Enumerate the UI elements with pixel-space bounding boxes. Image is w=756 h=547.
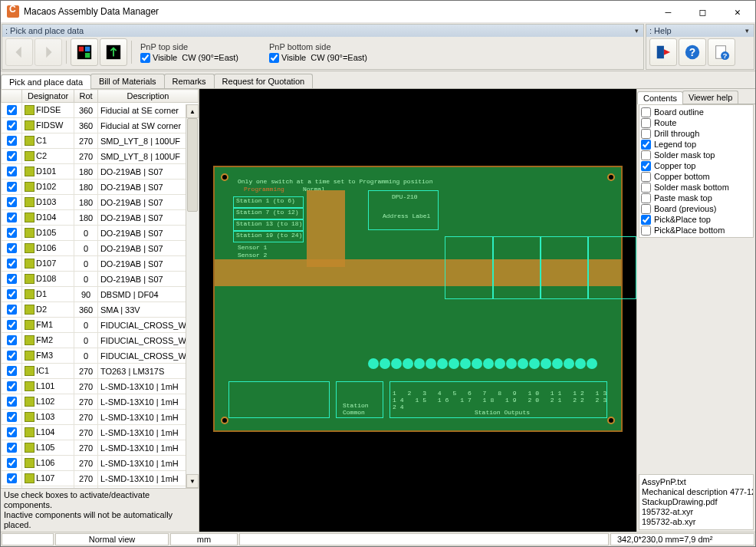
file-item[interactable]: 195732-ab.xyr [642, 517, 751, 527]
row-checkbox[interactable] [7, 351, 17, 361]
table-row[interactable]: D1080DO-219AB | S07 [2, 272, 199, 287]
panel-collapse-icon[interactable]: ▾ [745, 27, 749, 35]
layer-row[interactable]: Pick&Place top [641, 214, 751, 225]
row-checkbox[interactable] [7, 243, 17, 253]
table-row[interactable]: IC1270TO263 | LM317S [2, 364, 199, 379]
layer-row[interactable]: Legend top [641, 139, 751, 150]
layer-checkbox[interactable] [641, 150, 651, 160]
table-row[interactable]: L106270L-SMD-13X10 | 1mH [2, 456, 199, 471]
scroll-up-icon[interactable]: ▲ [186, 104, 199, 118]
exit-button[interactable] [649, 38, 677, 66]
row-checkbox[interactable] [7, 366, 17, 376]
table-row[interactable]: L101270L-SMD-13X10 | 1mH [2, 379, 199, 394]
table-scrollbar[interactable]: ▲ ▼ [186, 104, 199, 488]
scroll-down-icon[interactable]: ▼ [186, 474, 199, 488]
next-button[interactable] [35, 38, 62, 66]
file-item[interactable]: Mechanical description 477-12 [642, 487, 751, 497]
tab-pick-and-place[interactable]: Pick and place data [1, 74, 91, 89]
prev-button[interactable] [5, 38, 33, 66]
layer-row[interactable]: Route [641, 117, 751, 128]
table-row[interactable]: FM20FIDUCIAL_CROSS_WI... [2, 333, 199, 348]
table-row[interactable]: L104270L-SMD-13X10 | 1mH [2, 425, 199, 440]
scroll-thumb[interactable] [187, 118, 198, 212]
row-checkbox[interactable] [7, 320, 17, 330]
layer-row[interactable]: Board outline [641, 107, 751, 117]
help-button[interactable]: ? [679, 38, 706, 66]
table-row[interactable]: D190DBSMD | DF04 [2, 287, 199, 302]
table-row[interactable]: D102180DO-219AB | S07 [2, 180, 199, 195]
pnp-bottom-visible-checkbox[interactable]: Visible [269, 53, 306, 63]
table-row[interactable]: FM10FIDUCIAL_CROSS_WI... [2, 318, 199, 333]
table-row[interactable]: FIDSE360Fiducial at SE corner [2, 103, 199, 118]
layer-checkbox[interactable] [641, 204, 651, 214]
layer-checkbox[interactable] [641, 161, 651, 171]
row-checkbox[interactable] [7, 274, 17, 284]
row-checkbox[interactable] [7, 259, 17, 269]
row-checkbox[interactable] [7, 335, 17, 345]
layer-checkbox[interactable] [641, 140, 651, 150]
table-row[interactable]: L102270L-SMD-13X10 | 1mH [2, 394, 199, 410]
layer-checkbox[interactable] [641, 118, 651, 128]
table-row[interactable]: L105270L-SMD-13X10 | 1mH [2, 440, 199, 456]
col-description[interactable]: Description [97, 90, 198, 103]
layer-checkbox[interactable] [641, 215, 651, 225]
row-checkbox[interactable] [7, 443, 17, 453]
tab-contents[interactable]: Contents [637, 91, 683, 104]
maximize-button[interactable]: □ [685, 1, 720, 22]
layer-row[interactable]: Drill through [641, 128, 751, 139]
table-row[interactable]: D1050DO-219AB | S07 [2, 226, 199, 241]
row-checkbox[interactable] [7, 136, 17, 146]
layer-row[interactable]: Solder mask top [641, 150, 751, 160]
table-row[interactable]: D1070DO-219AB | S07 [2, 256, 199, 272]
pnp-top-visible-checkbox[interactable]: Visible [140, 53, 177, 63]
file-item[interactable]: StackupDrawing.pdf [642, 497, 751, 507]
file-item[interactable]: 195732-at.xyr [642, 507, 751, 517]
table-row[interactable]: L108270L-SMD-13X10 | 1mH [2, 486, 199, 489]
row-checkbox[interactable] [7, 412, 17, 422]
table-row[interactable]: D1060DO-219AB | S07 [2, 241, 199, 256]
pnp-bottom-rotation[interactable]: CW (90°=East) [311, 53, 367, 62]
file-item[interactable]: AssyPnP.txt [642, 477, 751, 487]
row-checkbox[interactable] [7, 182, 17, 192]
pnp-top-rotation[interactable]: CW (90°=East) [182, 53, 238, 62]
row-checkbox[interactable] [7, 120, 17, 130]
row-checkbox[interactable] [7, 105, 17, 115]
layer-checkbox[interactable] [641, 172, 651, 182]
table-row[interactable]: FM30FIDUCIAL_CROSS_WI... [2, 348, 199, 364]
import-pnp-button[interactable] [71, 38, 98, 66]
layer-checkbox[interactable] [641, 226, 651, 236]
tab-bom[interactable]: Bill of Materials [90, 74, 165, 88]
row-checkbox[interactable] [7, 289, 17, 299]
table-row[interactable]: D101180DO-219AB | S07 [2, 164, 199, 180]
row-checkbox[interactable] [7, 197, 17, 207]
pcb-viewer[interactable]: Only one switch at a time set to Program… [199, 89, 636, 532]
tab-rfq[interactable]: Request for Quotation [214, 74, 314, 88]
table-row[interactable]: L107270L-SMD-13X10 | 1mH [2, 471, 199, 486]
row-checkbox[interactable] [7, 228, 17, 238]
row-checkbox[interactable] [7, 427, 17, 437]
row-checkbox[interactable] [7, 166, 17, 176]
col-designator[interactable]: Designator [22, 90, 74, 103]
table-row[interactable]: D104180DO-219AB | S07 [2, 210, 199, 226]
row-checkbox[interactable] [7, 151, 17, 161]
layer-row[interactable]: Paste mask top [641, 193, 751, 203]
table-row[interactable]: C1270SMD_LYT_8 | 100UF [2, 133, 199, 149]
layer-row[interactable]: Solder mask bottom [641, 182, 751, 193]
panel-collapse-icon[interactable]: ▾ [635, 27, 639, 35]
tab-remarks[interactable]: Remarks [164, 74, 215, 88]
layer-checkbox[interactable] [641, 183, 651, 193]
row-checkbox[interactable] [7, 213, 17, 222]
table-row[interactable]: C2270SMD_LYT_8 | 100UF [2, 149, 199, 164]
close-button[interactable]: ✕ [720, 1, 755, 22]
row-checkbox[interactable] [7, 381, 17, 391]
layer-checkbox[interactable] [641, 107, 651, 117]
table-row[interactable]: FIDSW360Fiducial at SW corner [2, 118, 199, 133]
col-rot[interactable]: Rot [74, 90, 98, 103]
row-checkbox[interactable] [7, 473, 17, 483]
layer-row[interactable]: Copper top [641, 160, 751, 171]
minimize-button[interactable]: ― [651, 1, 685, 22]
row-checkbox[interactable] [7, 397, 17, 407]
layer-row[interactable]: Pick&Place bottom [641, 225, 751, 236]
context-help-button[interactable]: ? [708, 38, 735, 66]
table-row[interactable]: D2360SMA | 33V [2, 302, 199, 318]
